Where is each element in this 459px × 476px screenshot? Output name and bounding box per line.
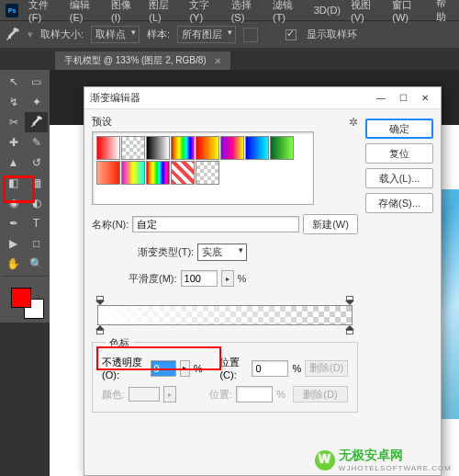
location-input[interactable] [252, 360, 288, 377]
menu-image[interactable]: 图像(I) [107, 0, 142, 23]
wand-tool[interactable]: ✦ [25, 92, 48, 112]
pen-tool[interactable]: ✒ [2, 213, 25, 233]
location-label: 位置(C): [219, 356, 248, 380]
eyedropper-tool[interactable] [25, 112, 48, 132]
sample-size-dropdown[interactable]: 取样点 [91, 26, 140, 43]
preset-swatch[interactable] [245, 136, 269, 160]
color-stop-right[interactable] [345, 325, 354, 334]
smoothness-input[interactable] [181, 270, 218, 287]
lasso-tool[interactable]: ↯ [2, 92, 25, 112]
dodge-tool[interactable]: ◐ [25, 193, 48, 213]
gear-icon[interactable]: ✲ [349, 116, 358, 129]
shape-tool[interactable]: □ [25, 233, 48, 254]
stops-legend: 色标 [106, 336, 133, 350]
opacity-stepper[interactable]: ▸ [180, 360, 190, 377]
watermark-text: 无极安卓网 [339, 448, 403, 462]
preset-swatch[interactable] [171, 136, 195, 160]
crop-tool[interactable]: ✂ [2, 112, 25, 132]
presets-box [92, 131, 314, 205]
menu-view[interactable]: 视图(V) [347, 0, 386, 23]
eraser-tool[interactable]: ◧ [2, 173, 25, 193]
preset-swatch[interactable] [96, 161, 120, 185]
color-stop-left[interactable] [95, 325, 105, 334]
watermark-logo [315, 450, 335, 470]
color-label: 颜色: [102, 388, 125, 402]
document-tab[interactable]: 手机模型 @ 133% (图层 2, RGB/8) ✕ [55, 51, 230, 70]
location2-label: 位置: [209, 388, 232, 402]
brush-tool[interactable]: ✎ [25, 132, 48, 153]
blur-tool[interactable]: ◉ [2, 193, 25, 213]
minimize-icon[interactable]: ― [371, 90, 391, 107]
opacity-label: 不透明度(O): [102, 356, 147, 380]
presets-label: 预设 [92, 115, 112, 129]
menu-help[interactable]: 帮助 [432, 0, 459, 24]
preset-swatch[interactable] [121, 136, 145, 160]
delete-opacity-button: 删除(D) [305, 360, 348, 377]
stamp-tool[interactable]: ▲ [2, 153, 25, 173]
gradient-bar[interactable] [97, 305, 353, 325]
menu-3d[interactable]: 3D(D) [310, 5, 344, 16]
menu-file[interactable]: 文件(F) [25, 0, 63, 23]
preset-swatch[interactable] [146, 136, 170, 160]
opacity-stop-right[interactable] [345, 296, 354, 305]
save-button[interactable]: 存储(S)... [365, 193, 433, 213]
color-stepper: ▸ [163, 386, 176, 402]
menu-text[interactable]: 文字(Y) [185, 0, 224, 23]
preset-swatch[interactable] [196, 161, 219, 185]
history-brush-tool[interactable]: ↺ [25, 153, 48, 173]
close-tab-icon[interactable]: ✕ [214, 56, 221, 66]
smoothness-label: 平滑度(M): [129, 272, 177, 286]
watermark-sub: WJHOTELSOFTWARE.COM [339, 464, 452, 472]
zoom-tool[interactable]: 🔍 [25, 254, 48, 274]
move-tool[interactable]: ↖ [2, 72, 25, 92]
opacity-stop-left[interactable] [95, 296, 105, 305]
marquee-tool[interactable]: ▭ [25, 72, 48, 92]
type-tool[interactable]: T [25, 213, 48, 233]
grad-type-dropdown[interactable]: 实底 [197, 244, 247, 261]
delete-color-button: 删除(D) [293, 386, 348, 402]
percent-label: % [238, 273, 247, 284]
foreground-swatch[interactable] [11, 288, 31, 308]
color-swatch[interactable] [129, 387, 160, 402]
location2-input [236, 386, 273, 402]
close-icon[interactable]: ✕ [415, 90, 435, 107]
preset-swatch[interactable] [96, 136, 120, 160]
new-button[interactable]: 新建(W) [303, 214, 358, 234]
menu-select[interactable]: 选择(S) [228, 0, 266, 23]
menu-layer[interactable]: 图层(L) [145, 0, 183, 23]
preset-swatch[interactable] [270, 136, 294, 160]
sample-size-label: 取样大小: [40, 28, 84, 41]
sample-unknown-icon [243, 28, 258, 42]
tools-panel: ↖ ▭ ↯ ✦ ✂ ✚ ✎ ▲ ↺ ◧ ▦ ◉ ◐ ✒ T ▶ □ ✋ 🔍 [0, 70, 50, 323]
gradient-tool[interactable]: ▦ [25, 173, 48, 193]
percent-label-2: % [194, 363, 203, 374]
opacity-input[interactable] [151, 360, 176, 377]
heal-tool[interactable]: ✚ [2, 132, 25, 153]
name-input[interactable] [132, 216, 299, 232]
dialog-title: 渐变编辑器 [90, 91, 140, 105]
menu-filter[interactable]: 滤镜(T) [269, 0, 308, 23]
reset-button[interactable]: 复位 [365, 143, 433, 164]
percent-label-4: % [276, 389, 285, 400]
app-logo: Ps [6, 4, 18, 17]
show-ring-label: 显示取样环 [307, 28, 357, 41]
menu-window[interactable]: 窗口(W) [388, 0, 430, 23]
load-button[interactable]: 载入(L)... [365, 168, 433, 188]
preset-swatch[interactable] [220, 136, 244, 160]
preset-swatch[interactable] [121, 161, 145, 185]
document-tab-label: 手机模型 @ 133% (图层 2, RGB/8) [64, 54, 207, 67]
maximize-icon[interactable]: ☐ [393, 90, 413, 107]
preset-swatch[interactable] [146, 161, 170, 185]
hand-tool[interactable]: ✋ [2, 254, 25, 274]
preset-swatch[interactable] [196, 136, 219, 160]
show-ring-checkbox[interactable] [285, 29, 297, 40]
gradient-editor-dialog: 渐变编辑器 ― ☐ ✕ 预设 ✲ [84, 86, 442, 476]
path-select-tool[interactable]: ▶ [2, 233, 25, 254]
ok-button[interactable]: 确定 [365, 119, 433, 139]
menu-edit[interactable]: 编辑(E) [66, 0, 105, 23]
eyedropper-icon [6, 28, 20, 42]
name-label: 名称(N): [92, 218, 129, 232]
sample-from-dropdown[interactable]: 所有图层 [177, 26, 236, 43]
preset-swatch[interactable] [171, 161, 195, 185]
smoothness-stepper[interactable]: ▸ [221, 270, 234, 287]
